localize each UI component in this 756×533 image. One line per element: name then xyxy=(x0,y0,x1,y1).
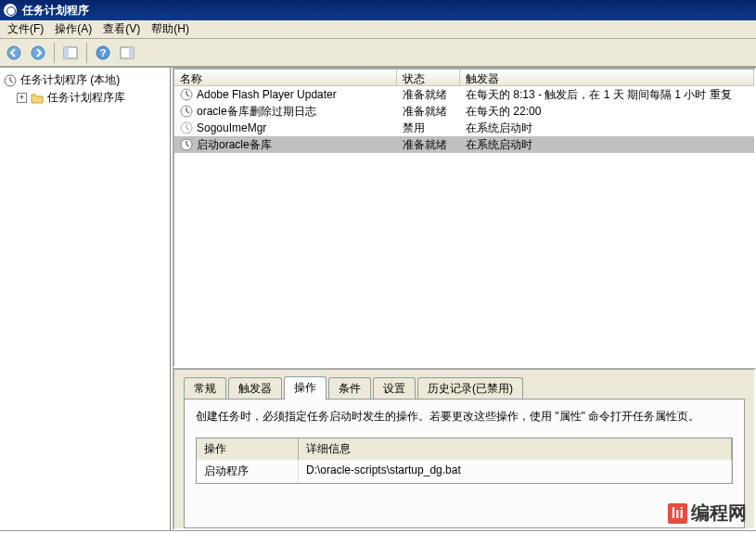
actions-table[interactable]: 操作 详细信息 启动程序 D:\oracle-scripts\startup_d… xyxy=(196,438,733,484)
task-row[interactable]: SogouImeMgr 禁用 在系统启动时 xyxy=(174,120,754,136)
tree-library-label: 任务计划程序库 xyxy=(47,90,125,106)
task-status: 准备就绪 xyxy=(397,87,460,103)
detail-tabs: 常规 触发器 操作 条件 设置 历史记录(已禁用) xyxy=(184,375,745,399)
actions-description: 创建任务时，必须指定任务启动时发生的操作。若要更改这些操作，使用 "属性" 命令… xyxy=(196,409,733,425)
task-status: 禁用 xyxy=(397,121,460,136)
right-pane: 名称 状态 触发器 Adobe Flash Player Updater 准备就… xyxy=(171,68,756,530)
task-trigger: 在系统启动时 xyxy=(460,121,754,136)
toolbar: ? xyxy=(0,39,756,67)
svg-text:?: ? xyxy=(100,47,107,58)
tab-conditions[interactable]: 条件 xyxy=(328,377,371,400)
forward-button[interactable] xyxy=(28,43,48,63)
task-name: oracle备库删除过期日志 xyxy=(197,104,316,120)
title-bar: 任务计划程序 xyxy=(0,0,756,20)
menu-view[interactable]: 查看(V) xyxy=(97,19,146,39)
folder-icon xyxy=(31,92,44,105)
svg-point-1 xyxy=(32,46,45,59)
task-row[interactable]: Adobe Flash Player Updater 准备就绪 在每天的 8:1… xyxy=(174,86,754,103)
toolbar-separator xyxy=(86,43,87,63)
task-icon xyxy=(180,138,193,151)
tree-pane[interactable]: 任务计划程序 (本地) + 任务计划程序库 xyxy=(0,68,171,530)
tab-history[interactable]: 历史记录(已禁用) xyxy=(417,377,523,400)
tab-settings[interactable]: 设置 xyxy=(373,377,416,400)
menu-help[interactable]: 帮助(H) xyxy=(146,19,195,39)
tree-root[interactable]: 任务计划程序 (本地) xyxy=(2,71,168,89)
list-body: Adobe Flash Player Updater 准备就绪 在每天的 8:1… xyxy=(174,86,754,366)
task-name: Adobe Flash Player Updater xyxy=(197,88,337,101)
back-arrow-icon xyxy=(6,45,21,60)
toolbar-separator xyxy=(54,43,55,63)
task-name: 启动oracle备库 xyxy=(197,137,272,153)
task-name: SogouImeMgr xyxy=(197,121,266,134)
task-list[interactable]: 名称 状态 触发器 Adobe Flash Player Updater 准备就… xyxy=(173,68,756,368)
app-icon xyxy=(4,4,17,17)
menu-action[interactable]: 操作(A) xyxy=(49,19,97,39)
list-header: 名称 状态 触发器 xyxy=(174,70,754,86)
task-trigger: 在每天的 22:00 xyxy=(460,104,754,120)
window-title: 任务计划程序 xyxy=(22,3,89,19)
action-row[interactable]: 启动程序 D:\oracle-scripts\startup_dg.bat xyxy=(197,460,732,483)
actions-table-header: 操作 详细信息 xyxy=(197,438,732,460)
expand-icon[interactable]: + xyxy=(17,93,27,103)
show-action-pane-button[interactable] xyxy=(117,43,137,63)
menu-bar: 文件(F) 操作(A) 查看(V) 帮助(H) xyxy=(0,20,756,39)
tab-body: 创建任务时，必须指定任务启动时发生的操作。若要更改这些操作，使用 "属性" 命令… xyxy=(184,399,745,528)
help-button[interactable]: ? xyxy=(93,43,113,63)
svg-rect-7 xyxy=(129,47,134,58)
watermark-text: 编程网 xyxy=(691,501,747,526)
tab-general[interactable]: 常规 xyxy=(184,377,226,400)
task-trigger: 在系统启动时 xyxy=(460,137,754,153)
task-row[interactable]: oracle备库删除过期日志 准备就绪 在每天的 22:00 xyxy=(174,103,754,120)
action-op: 启动程序 xyxy=(197,460,299,483)
col-trigger[interactable]: 触发器 xyxy=(460,70,754,85)
task-status: 准备就绪 xyxy=(397,104,460,120)
col-status[interactable]: 状态 xyxy=(397,70,460,85)
task-icon xyxy=(180,105,193,118)
panel-icon xyxy=(63,45,78,60)
help-icon: ? xyxy=(96,45,110,60)
watermark-badge-icon: lıi xyxy=(668,503,687,524)
tab-triggers[interactable]: 触发器 xyxy=(228,377,282,400)
col-detail[interactable]: 详细信息 xyxy=(299,438,732,460)
tab-actions[interactable]: 操作 xyxy=(284,376,327,400)
menu-file[interactable]: 文件(F) xyxy=(2,19,49,39)
task-trigger: 在每天的 8:13 - 触发后，在 1 天 期间每隔 1 小时 重复 xyxy=(460,87,754,103)
show-hide-tree-button[interactable] xyxy=(60,43,81,63)
col-operation[interactable]: 操作 xyxy=(197,438,299,460)
scheduler-icon xyxy=(4,74,17,87)
task-row-selected[interactable]: 启动oracle备库 准备就绪 在系统启动时 xyxy=(174,136,754,153)
task-icon xyxy=(180,88,193,101)
svg-rect-3 xyxy=(64,47,69,58)
tree-library[interactable]: + 任务计划程序库 xyxy=(2,89,168,107)
watermark: lıi 编程网 xyxy=(668,501,747,526)
tree-root-label: 任务计划程序 (本地) xyxy=(20,72,120,88)
action-detail: D:\oracle-scripts\startup_dg.bat xyxy=(299,460,732,483)
task-icon xyxy=(180,121,193,134)
col-name[interactable]: 名称 xyxy=(174,70,397,85)
pane-icon xyxy=(120,45,135,60)
work-area: 任务计划程序 (本地) + 任务计划程序库 名称 状态 触发器 Adobe Fl… xyxy=(0,67,756,531)
back-button[interactable] xyxy=(4,43,24,63)
svg-point-0 xyxy=(7,46,20,59)
task-status: 准备就绪 xyxy=(397,137,460,153)
forward-arrow-icon xyxy=(31,45,45,60)
